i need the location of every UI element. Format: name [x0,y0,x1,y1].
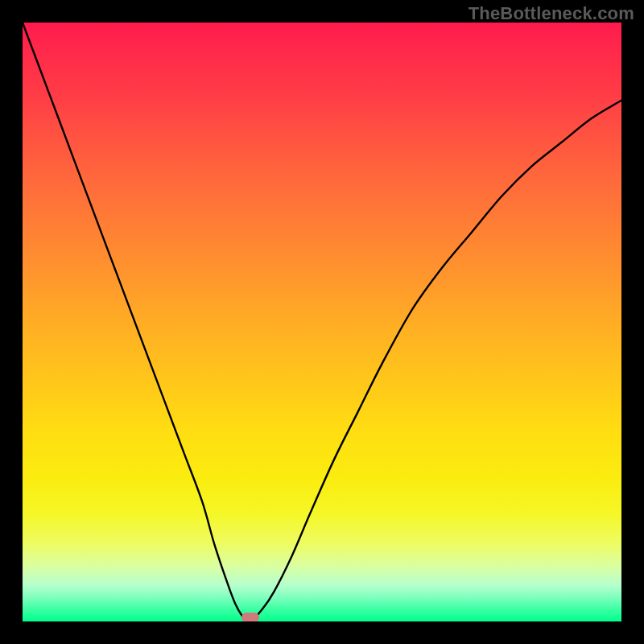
plot-area [23,23,621,621]
bottleneck-curve [23,23,621,621]
chart-frame: TheBottleneck.com [0,0,644,644]
optimal-point-marker [242,613,259,621]
watermark-text: TheBottleneck.com [469,3,634,24]
